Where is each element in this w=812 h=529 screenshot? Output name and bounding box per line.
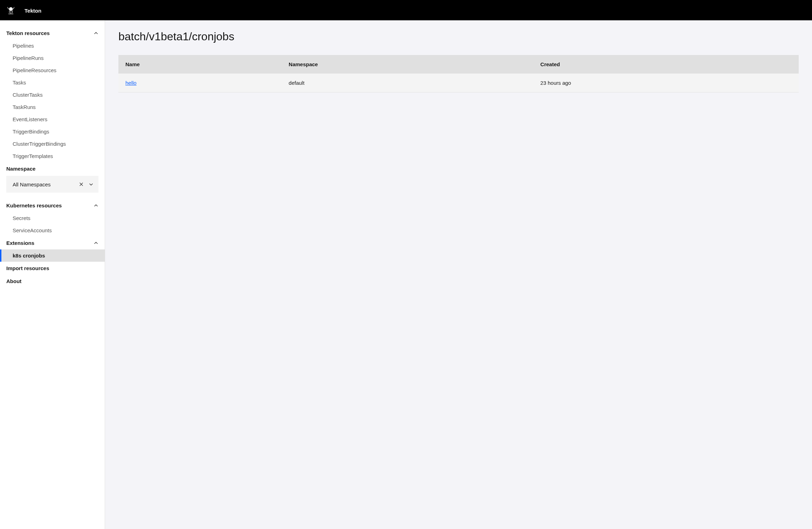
- chevron-up-icon: [94, 203, 98, 208]
- chevron-down-icon[interactable]: [89, 182, 94, 187]
- namespace-select-value: All Namespaces: [13, 181, 50, 187]
- sidebar-item-secrets[interactable]: Secrets: [0, 212, 105, 224]
- sidebar-item-pipelineruns[interactable]: PipelineRuns: [0, 52, 105, 64]
- svg-point-2: [11, 8, 12, 9]
- sidebar-item-serviceaccounts[interactable]: ServiceAccounts: [0, 224, 105, 236]
- nav-label-namespace: Namespace: [0, 162, 105, 174]
- sidebar: Tekton resources Pipelines PipelineRuns …: [0, 20, 105, 529]
- chevron-up-icon: [94, 241, 98, 246]
- main-content: batch/v1beta1/cronjobs Name Namespace Cr…: [105, 20, 812, 529]
- sidebar-item-tasks[interactable]: Tasks: [0, 76, 105, 89]
- sidebar-item-taskruns[interactable]: TaskRuns: [0, 101, 105, 113]
- sidebar-item-about[interactable]: About: [0, 275, 105, 288]
- cronjobs-table: Name Namespace Created hello default 23 …: [118, 55, 799, 92]
- sidebar-item-clustertasks[interactable]: ClusterTasks: [0, 89, 105, 101]
- svg-point-1: [10, 8, 11, 9]
- nav-section-kubernetes-resources[interactable]: Kubernetes resources: [0, 199, 105, 212]
- sidebar-item-pipelines[interactable]: Pipelines: [0, 40, 105, 52]
- cronjob-created: 23 hours ago: [534, 74, 799, 92]
- nav-section-extensions[interactable]: Extensions: [0, 236, 105, 249]
- nav-section-label: Extensions: [6, 240, 34, 246]
- close-icon[interactable]: [79, 182, 84, 187]
- sidebar-item-clustertriggerbindings[interactable]: ClusterTriggerBindings: [0, 138, 105, 150]
- sidebar-item-pipelineresources[interactable]: PipelineResources: [0, 64, 105, 76]
- nav-section-tekton-resources[interactable]: Tekton resources: [0, 27, 105, 40]
- cronjob-namespace: default: [282, 74, 534, 92]
- chevron-up-icon: [94, 31, 98, 36]
- page-title: batch/v1beta1/cronjobs: [118, 30, 799, 43]
- svg-point-0: [9, 7, 13, 11]
- namespace-select[interactable]: All Namespaces: [6, 176, 98, 193]
- sidebar-item-triggerbindings[interactable]: TriggerBindings: [0, 125, 105, 138]
- cronjob-name-link[interactable]: hello: [125, 80, 137, 86]
- column-header-name: Name: [118, 55, 282, 74]
- nav-section-label: Kubernetes resources: [6, 202, 62, 208]
- sidebar-item-import-resources[interactable]: Import resources: [0, 262, 105, 275]
- app-title: Tekton: [25, 8, 41, 14]
- app-header: Tekton: [0, 0, 812, 20]
- sidebar-item-triggertemplates[interactable]: TriggerTemplates: [0, 150, 105, 162]
- sidebar-item-eventlisteners[interactable]: EventListeners: [0, 113, 105, 125]
- column-header-created: Created: [534, 55, 799, 74]
- column-header-namespace: Namespace: [282, 55, 534, 74]
- tekton-logo-icon: [6, 5, 16, 16]
- sidebar-item-k8s-cronjobs[interactable]: k8s cronjobs: [0, 249, 105, 262]
- nav-section-label: Tekton resources: [6, 30, 50, 36]
- table-row: hello default 23 hours ago: [118, 74, 799, 92]
